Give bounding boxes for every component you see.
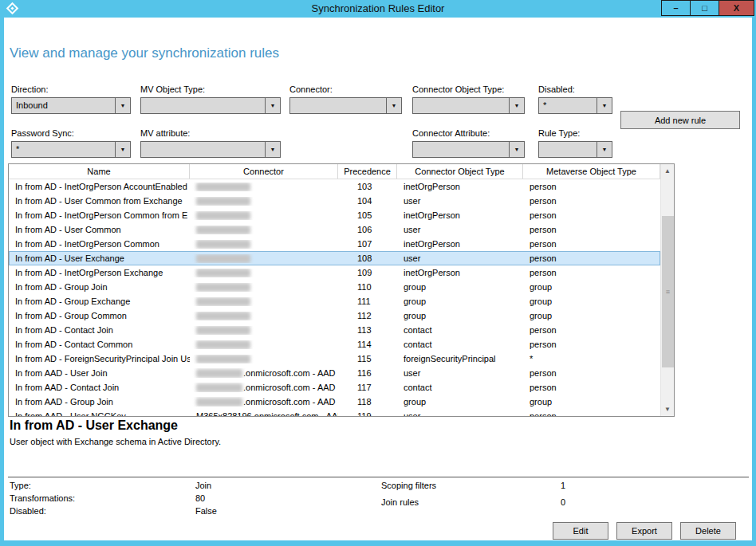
add-new-rule-button[interactable]: Add new rule — [620, 111, 740, 129]
redacted-connector-blur — [196, 269, 250, 277]
redacted-connector-blur — [196, 326, 250, 335]
mv-attribute-label: MV attribute: — [140, 128, 281, 138]
rule-type-dropdown[interactable]: ▼ — [538, 141, 612, 158]
redacted-connector-blur — [196, 398, 242, 407]
connector-label: Connector: — [289, 84, 402, 94]
redacted-connector-blur — [196, 183, 250, 191]
connector-text: .onmicrosoft.com - AAD — [243, 397, 336, 407]
direction-dropdown[interactable]: Inbound ▼ — [11, 97, 131, 114]
transformations-label: Transformations: — [10, 493, 75, 503]
rules-table: Name Connector Precedence Connector Obje… — [8, 163, 675, 417]
table-row[interactable]: In from AD - InetOrgPerson Common from E… — [9, 208, 660, 222]
table-row[interactable]: In from AAD - User Join.onmicrosoft.com … — [9, 366, 660, 380]
delete-button[interactable]: Delete — [680, 522, 736, 540]
table-row[interactable]: In from AD - ForeignSecurityPrincipal Jo… — [9, 352, 660, 366]
column-header-precedence[interactable]: Precedence — [338, 164, 397, 179]
table-row[interactable]: In from AD - InetOrgPerson AccountEnable… — [9, 179, 660, 194]
chevron-down-icon[interactable]: ▼ — [597, 142, 612, 157]
connector-attribute-dropdown[interactable]: ▼ — [412, 141, 525, 158]
disabled-detail-value: False — [195, 506, 217, 516]
table-row[interactable]: In from AD - User Exchange108userperson — [9, 251, 660, 265]
scrollbar-thumb[interactable]: ≡ — [662, 216, 674, 367]
type-label: Type: — [10, 481, 31, 490]
rule-type-label: Rule Type: — [538, 128, 612, 138]
scroll-down-icon[interactable]: ▼ — [661, 403, 674, 416]
chevron-down-icon[interactable]: ▼ — [115, 142, 130, 157]
rules-table-body: In from AD - InetOrgPerson AccountEnable… — [9, 179, 660, 416]
window-controls: – □ X — [662, 0, 754, 16]
filter-password-sync: Password Sync: * ▼ — [11, 128, 131, 158]
chevron-down-icon[interactable]: ▼ — [509, 98, 524, 113]
connector-object-type-dropdown[interactable]: ▼ — [412, 97, 525, 114]
title-bar: Synchronization Rules Editor – □ X — [0, 0, 756, 18]
window-title: Synchronization Rules Editor — [0, 2, 756, 14]
disabled-dropdown[interactable]: * ▼ — [538, 97, 612, 114]
table-row[interactable]: In from AD - User Common106userperson — [9, 222, 660, 237]
table-row[interactable]: In from AAD - Contact Join.onmicrosoft.c… — [9, 380, 660, 395]
disabled-detail-label: Disabled: — [10, 506, 46, 516]
window-content: View and manage your synchronization rul… — [4, 18, 752, 540]
column-header-connector[interactable]: Connector — [190, 164, 338, 179]
chevron-down-icon[interactable]: ▼ — [265, 142, 280, 157]
redacted-connector-blur — [196, 254, 250, 263]
details-separator — [8, 477, 749, 477]
join-rules-label: Join rules — [381, 497, 419, 507]
password-sync-dropdown[interactable]: * ▼ — [11, 141, 131, 158]
redacted-connector-blur — [196, 283, 250, 292]
filter-connector-object-type: Connector Object Type: ▼ — [412, 84, 525, 114]
connector-text: .onmicrosoft.com - AAD — [243, 383, 336, 392]
export-button[interactable]: Export — [616, 522, 672, 540]
chevron-down-icon[interactable]: ▼ — [509, 142, 524, 157]
filter-direction: Direction: Inbound ▼ — [11, 84, 131, 114]
redacted-connector-blur — [196, 297, 250, 306]
scoping-filters-value: 1 — [561, 481, 565, 490]
mv-object-type-dropdown[interactable]: ▼ — [140, 97, 281, 114]
type-value: Join — [195, 481, 211, 490]
redacted-connector-blur — [196, 312, 250, 320]
edit-button[interactable]: Edit — [553, 522, 608, 540]
disabled-label: Disabled: — [538, 84, 612, 94]
join-rules-value: 0 — [561, 497, 565, 507]
scoping-filters-label: Scoping filters — [381, 481, 436, 490]
column-header-metaverse-object-type[interactable]: Metaverse Object Type — [523, 164, 660, 179]
password-sync-label: Password Sync: — [11, 128, 131, 138]
table-row[interactable]: In from AD - User Common from Exchange10… — [9, 194, 660, 208]
close-button[interactable]: X — [719, 0, 754, 16]
table-row[interactable]: In from AD - Group Common112groupgroup — [9, 308, 660, 323]
vertical-scrollbar[interactable]: ▲ ≡ ▼ — [660, 164, 674, 416]
table-row[interactable]: In from AD - Group Exchange111groupgroup — [9, 294, 660, 308]
chevron-down-icon[interactable]: ▼ — [115, 98, 130, 113]
connector-dropdown[interactable]: ▼ — [289, 97, 402, 114]
filter-connector-attribute: Connector Attribute: ▼ — [412, 128, 525, 158]
chevron-down-icon[interactable]: ▼ — [265, 98, 280, 113]
mv-attribute-dropdown[interactable]: ▼ — [140, 141, 281, 158]
table-row[interactable]: In from AD - Contact Common114contactper… — [9, 337, 660, 352]
table-row[interactable]: In from AAD - User NGCKeyM365x828196.onm… — [9, 409, 660, 416]
table-row[interactable]: In from AD - InetOrgPerson Common107inet… — [9, 237, 660, 251]
mv-object-type-label: MV Object Type: — [140, 84, 281, 94]
filter-disabled: Disabled: * ▼ — [538, 84, 612, 114]
direction-label: Direction: — [11, 84, 131, 94]
filter-mv-attribute: MV attribute: ▼ — [140, 128, 281, 158]
table-row[interactable]: In from AD - Group Join110groupgroup — [9, 280, 660, 294]
column-header-connector-object-type[interactable]: Connector Object Type — [397, 164, 523, 179]
maximize-button[interactable]: □ — [690, 0, 719, 16]
page-title: View and manage your synchronization rul… — [10, 45, 279, 61]
chevron-down-icon[interactable]: ▼ — [386, 98, 401, 113]
redacted-connector-blur — [196, 383, 242, 392]
redacted-connector-blur — [196, 355, 250, 363]
transformations-value: 80 — [195, 493, 205, 503]
table-row[interactable]: In from AAD - Group Join.onmicrosoft.com… — [9, 395, 660, 409]
connector-text: .onmicrosoft.com - AAD — [243, 368, 336, 378]
redacted-connector-blur — [196, 240, 250, 249]
chevron-down-icon[interactable]: ▼ — [597, 98, 612, 113]
scroll-up-icon[interactable]: ▲ — [661, 164, 674, 178]
table-row[interactable]: In from AD - Contact Join113contactperso… — [9, 323, 660, 337]
selected-rule-description: User object with Exchange schema in Acti… — [10, 437, 221, 446]
filter-connector: Connector: ▼ — [289, 84, 402, 114]
connector-text: M365x828196.onmicrosoft.com - AAD — [196, 411, 338, 416]
column-header-name[interactable]: Name — [9, 164, 190, 179]
table-row[interactable]: In from AD - InetOrgPerson Exchange109in… — [9, 265, 660, 280]
connector-object-type-label: Connector Object Type: — [412, 84, 525, 94]
minimize-button[interactable]: – — [661, 0, 691, 16]
